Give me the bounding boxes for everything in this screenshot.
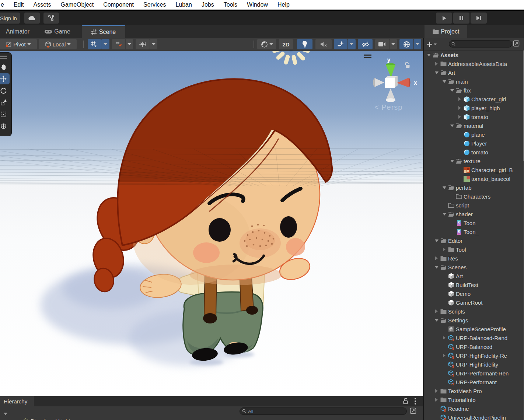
project-tree-row[interactable]: SToon [424, 218, 524, 227]
collapse-arrow-icon[interactable] [426, 52, 432, 58]
expand-arrow-icon[interactable] [441, 247, 447, 252]
version-control-button[interactable] [43, 13, 59, 24]
project-tree-row[interactable]: {}URP-Performant-Ren [424, 369, 524, 378]
collapse-arrow-icon[interactable] [449, 88, 455, 93]
expand-arrow-icon[interactable] [434, 397, 439, 403]
menu-item-e[interactable]: e [0, 1, 9, 8]
project-tree-row[interactable]: {}URP-HighFidelity-Re [424, 351, 524, 360]
menu-item-luban[interactable]: Luban [171, 1, 197, 8]
rotate-tool[interactable] [0, 85, 10, 96]
effects-dropdown[interactable] [347, 39, 356, 49]
menu-item-tools[interactable]: Tools [219, 1, 242, 8]
project-tree-row[interactable]: Demo [424, 289, 524, 298]
project-tree-row[interactable]: Character_girl_B [424, 165, 524, 174]
orientation-gizmo[interactable]: y x [363, 54, 422, 105]
collapse-arrow-icon[interactable] [449, 123, 455, 129]
project-tree-row[interactable]: player_high [424, 104, 524, 112]
rect-tool[interactable] [0, 109, 10, 120]
project-tree-row[interactable]: {}UniversalRenderPipelin [424, 413, 524, 420]
project-tree-row[interactable]: {}URP-Performant [424, 378, 524, 386]
expand-arrow-icon[interactable] [457, 105, 462, 111]
project-tree-row[interactable]: Assets [424, 50, 524, 59]
project-tree-row[interactable]: texture [424, 157, 524, 165]
pause-button[interactable] [453, 13, 469, 24]
increment-snap-dropdown[interactable] [150, 39, 157, 49]
hierarchy-item-directional-light[interactable]: Directional Light [0, 417, 423, 420]
increment-snap-button[interactable] [136, 39, 150, 49]
project-search-input[interactable] [449, 40, 512, 48]
snap-options-dropdown[interactable] [126, 39, 133, 49]
scene-audio-button[interactable] [315, 39, 332, 49]
menu-item-help[interactable]: Help [273, 1, 294, 8]
project-tree-row[interactable]: Res [424, 254, 524, 263]
project-tree-row[interactable]: SampleSceneProfile [424, 325, 524, 333]
scale-tool[interactable] [0, 97, 10, 108]
project-tree-row[interactable]: {}Readme [424, 404, 524, 413]
tab-game[interactable]: Game [39, 25, 76, 38]
root-caret-icon[interactable] [4, 410, 7, 417]
collapse-arrow-icon[interactable] [441, 79, 447, 84]
gizmos-dropdown[interactable] [414, 39, 421, 49]
collapse-arrow-icon[interactable] [441, 185, 447, 190]
step-button[interactable] [471, 13, 487, 24]
move-tool[interactable] [0, 73, 10, 84]
menu-item-jobs[interactable]: Jobs [197, 1, 219, 8]
project-tree-row[interactable]: TextMesh Pro [424, 386, 524, 395]
project-tree-row[interactable]: AddressableAssetsData [424, 59, 524, 68]
perspective-label[interactable]: < Persp [374, 103, 403, 112]
expand-arrow-icon[interactable] [434, 388, 439, 394]
hierarchy-search-input[interactable]: All [240, 407, 407, 415]
project-tree-row[interactable]: Scenes [424, 263, 524, 272]
project-tree-row[interactable]: perfab [424, 183, 524, 192]
project-tree-row[interactable]: SToon_ [424, 227, 524, 236]
project-tree-row[interactable]: material [424, 121, 524, 130]
project-tree-row[interactable]: fbx [424, 86, 524, 95]
sign-in-button[interactable]: Sign in [0, 13, 20, 24]
expand-arrow-icon[interactable] [434, 61, 439, 67]
shading-mode-dropdown[interactable] [257, 39, 276, 49]
project-tree-row[interactable]: Settings [424, 316, 524, 325]
project-tree-row[interactable]: {}URP-Balanced-Rend [424, 333, 524, 342]
project-tree-row[interactable]: {}URP-Balanced [424, 342, 524, 351]
expand-arrow-icon[interactable] [434, 256, 439, 261]
project-tree-row[interactable]: Character_girl [424, 95, 524, 104]
menu-item-services[interactable]: Services [139, 1, 171, 8]
unlock-icon[interactable] [402, 398, 408, 406]
gizmos-button[interactable] [399, 39, 413, 49]
menu-item-gameobject[interactable]: GameObject [56, 1, 99, 8]
tab-hierarchy[interactable]: Hierarchy [0, 396, 34, 406]
collapse-arrow-icon[interactable] [434, 265, 439, 270]
overlay-drag-handle[interactable] [0, 56, 7, 57]
project-tree-row[interactable]: TutorialInfo [424, 395, 524, 404]
project-tree-row[interactable]: tomato [424, 148, 524, 157]
scene-visibility-button[interactable] [358, 39, 373, 49]
tab-project[interactable]: Project [425, 25, 467, 38]
menu-item-component[interactable]: Component [98, 1, 139, 8]
expand-arrow-icon[interactable] [457, 114, 462, 120]
expand-arrow-icon[interactable] [434, 309, 439, 314]
collapse-arrow-icon[interactable] [434, 238, 439, 244]
expand-arrow-icon[interactable] [441, 335, 447, 341]
project-tree-row[interactable]: script [424, 201, 524, 210]
project-tree-row[interactable]: Scripts [424, 307, 524, 316]
project-tree-row[interactable]: tomato [424, 112, 524, 121]
project-tree-row[interactable]: shader [424, 210, 524, 218]
create-asset-button[interactable] [427, 39, 440, 49]
grid-visibility-button[interactable]: Y [88, 39, 101, 49]
grid-options-dropdown[interactable] [101, 39, 109, 49]
view-hand-tool[interactable] [0, 62, 10, 73]
menu-item-window[interactable]: Window [242, 1, 273, 8]
transform-tool[interactable] [0, 120, 10, 132]
camera-dropdown[interactable] [389, 39, 397, 49]
project-tree-row[interactable]: Player [424, 139, 524, 148]
collapse-arrow-icon[interactable] [434, 70, 439, 76]
expand-panel-icon[interactable] [410, 407, 416, 416]
scene-lighting-button[interactable] [297, 39, 312, 49]
tab-scene[interactable]: Scene [82, 25, 125, 38]
project-tree-row[interactable]: Art [424, 272, 524, 280]
collapse-arrow-icon[interactable] [449, 158, 455, 164]
project-tree-row[interactable]: Tool [424, 245, 524, 254]
project-tree-row[interactable]: Editor [424, 236, 524, 245]
scene-view[interactable]: y x < Persp [0, 51, 423, 396]
project-tree-row[interactable]: tomato_basecol [424, 174, 524, 183]
